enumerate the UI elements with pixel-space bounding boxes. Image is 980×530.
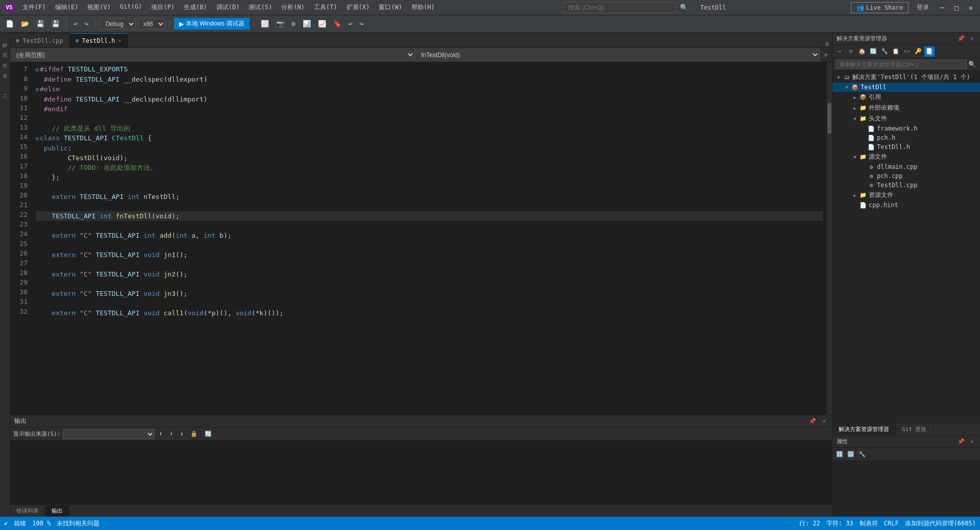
- menu-git[interactable]: Git(G): [116, 1, 146, 14]
- tree-item-sources[interactable]: ▼ 📁 源文件: [832, 152, 980, 162]
- tree-item-dllmain[interactable]: ⚙ dllmain.cpp: [832, 162, 980, 171]
- maximize-button[interactable]: □: [951, 3, 962, 13]
- solution-expand-arrow[interactable]: ▼: [835, 75, 843, 80]
- output-lock-button[interactable]: 🔒: [188, 429, 200, 439]
- tree-item-cpp-hint[interactable]: 📄 cpp.hint: [832, 200, 980, 210]
- prop-alpha-btn[interactable]: 🔢: [846, 449, 856, 460]
- toolbar-btn-6[interactable]: 🔖: [331, 18, 344, 29]
- tree-item-headers[interactable]: ▼ 📁 头文件: [832, 113, 980, 124]
- new-file-button[interactable]: 📄: [3, 18, 16, 29]
- debug-config-select[interactable]: Debug: [100, 18, 136, 30]
- menu-test[interactable]: 测试(S): [244, 1, 276, 14]
- tree-item-testdll-cpp[interactable]: ⚙ TestDll.cpp: [832, 181, 980, 190]
- minimize-button[interactable]: ─: [937, 3, 947, 13]
- se-tab-solution-explorer[interactable]: 解决方案资源管理器: [832, 424, 896, 435]
- output-refresh-button[interactable]: 🔄: [202, 429, 214, 439]
- tab-close-h[interactable]: ✕: [118, 38, 121, 43]
- close-button[interactable]: ✕: [966, 3, 976, 13]
- tree-item-framework-h[interactable]: 📄 framework.h: [832, 124, 980, 133]
- menu-file[interactable]: 文件(F): [18, 1, 50, 14]
- tree-item-testdll-h[interactable]: 📄 TestDll.h: [832, 142, 980, 152]
- sidebar-icon-2[interactable]: 团: [1, 45, 10, 54]
- status-git[interactable]: 添加到源代码管理(6605): [905, 519, 976, 528]
- code-content[interactable]: ⊟#ifdef TESTDLL_EXPORTS #define TESTDLL_…: [32, 62, 827, 415]
- menu-analyze[interactable]: 分析(N): [277, 1, 309, 14]
- live-share-button[interactable]: 👥 Live Share: [851, 2, 909, 13]
- se-preview-button[interactable]: 📑: [924, 46, 935, 57]
- save-all-button[interactable]: 💾: [49, 18, 62, 29]
- redo-button[interactable]: ↪: [82, 18, 91, 29]
- project-expand-arrow[interactable]: ▼: [843, 85, 851, 90]
- output-wrap-button[interactable]: ↕: [178, 429, 186, 439]
- search-input[interactable]: [564, 2, 676, 13]
- se-props-button[interactable]: 🔑: [913, 46, 923, 57]
- menu-extensions[interactable]: 扩展(X): [342, 1, 374, 14]
- tree-item-pch-h[interactable]: 📄 pch.h: [832, 133, 980, 142]
- se-sync-button[interactable]: ↔: [835, 46, 845, 57]
- output-filter-button[interactable]: ⬇: [167, 429, 176, 439]
- se-search-input[interactable]: [836, 60, 967, 69]
- toolbar-btn-2[interactable]: 📷: [274, 18, 287, 29]
- tree-solution[interactable]: ▼ 🗂 解决方案'TestDll'(1 个项目/共 1 个): [832, 72, 980, 83]
- run-button[interactable]: ▶ 本地 Windows 调试器: [174, 18, 250, 30]
- sidebar-icon-5[interactable]: 工: [1, 86, 10, 95]
- undo-button[interactable]: ↩: [71, 18, 80, 29]
- tab-output[interactable]: 输出: [45, 506, 69, 516]
- tab-settings-button[interactable]: ⚙: [822, 40, 832, 47]
- se-tab-git-changes[interactable]: Git 更改: [896, 424, 934, 435]
- nav-add-button[interactable]: +: [820, 48, 832, 62]
- prop-category-btn[interactable]: 🔡: [835, 449, 845, 460]
- menu-debug[interactable]: 调试(D): [212, 1, 244, 14]
- tree-item-resources[interactable]: ▶ 📁 资源文件: [832, 190, 980, 200]
- se-home-button[interactable]: 🏠: [857, 46, 867, 57]
- sidebar-icon-4[interactable]: 属: [1, 65, 10, 74]
- se-refresh-button[interactable]: 🔄: [868, 46, 878, 57]
- vertical-scrollbar[interactable]: [827, 62, 832, 415]
- sidebar-icon-3[interactable]: 类: [1, 55, 10, 64]
- menu-view[interactable]: 视图(V): [83, 1, 115, 14]
- tree-project[interactable]: ▼ 📦 TestDll: [832, 83, 980, 92]
- prop-pin-button[interactable]: 📌: [955, 438, 967, 445]
- output-clear-button[interactable]: ⬆: [157, 429, 165, 439]
- code-editor[interactable]: 7 8 9 10 11 12 13 14 15 16 17 18 19 20 2…: [10, 62, 832, 415]
- scope-select[interactable]: (全局范围): [10, 48, 415, 62]
- menu-project[interactable]: 项目(P): [147, 1, 179, 14]
- sources-arrow[interactable]: ▼: [851, 155, 859, 160]
- menu-build[interactable]: 生成(B): [180, 1, 211, 14]
- resources-arrow[interactable]: ▶: [851, 193, 859, 198]
- se-collapse-button[interactable]: ⊟: [846, 46, 856, 57]
- tab-testdll-h[interactable]: ⚙ TestDll.h ✕: [70, 33, 128, 47]
- tree-item-references[interactable]: ▶ 📦 引用: [832, 92, 980, 103]
- save-button[interactable]: 💾: [34, 18, 47, 29]
- menu-tools[interactable]: 工具(T): [310, 1, 341, 14]
- menu-edit[interactable]: 编辑(E): [51, 1, 83, 14]
- open-file-button[interactable]: 📂: [18, 18, 32, 29]
- menu-window[interactable]: 窗口(W): [375, 1, 406, 14]
- toolbar-btn-3[interactable]: ⚙: [289, 18, 298, 29]
- se-pin-button[interactable]: 📌: [955, 35, 967, 42]
- login-button[interactable]: 登录: [913, 2, 933, 13]
- se-show-all-button[interactable]: 📋: [891, 46, 901, 57]
- symbol-select[interactable]: fnTestDll(void): [415, 48, 820, 62]
- prop-close-button[interactable]: ✕: [968, 438, 976, 445]
- sidebar-icon-1[interactable]: 解: [1, 35, 10, 44]
- tree-item-pch-cpp[interactable]: ⚙ pch.cpp: [832, 171, 980, 181]
- tab-error-list[interactable]: 错误列表: [10, 506, 45, 516]
- toolbar-btn-8[interactable]: ↪: [357, 18, 366, 29]
- se-code-button[interactable]: <>: [902, 46, 912, 57]
- headers-arrow[interactable]: ▼: [851, 116, 859, 121]
- tree-item-external-deps[interactable]: ▶ 📁 外部依赖项: [832, 103, 980, 113]
- output-source-select[interactable]: [63, 429, 155, 439]
- toolbar-btn-1[interactable]: ⬜: [258, 18, 272, 29]
- toolbar-btn-5[interactable]: 📈: [315, 18, 329, 29]
- se-filter-button[interactable]: 🔧: [879, 46, 890, 57]
- menu-help[interactable]: 帮助(H): [407, 1, 439, 14]
- se-close-button[interactable]: ✕: [968, 35, 976, 42]
- toolbar-btn-4[interactable]: 📊: [300, 18, 313, 29]
- references-arrow[interactable]: ▶: [851, 95, 859, 100]
- external-deps-arrow[interactable]: ▶: [851, 106, 859, 111]
- se-search-button[interactable]: 🔍: [967, 59, 977, 69]
- prop-wrench-btn[interactable]: 🔧: [857, 449, 867, 460]
- toolbar-btn-7[interactable]: ↩: [346, 18, 355, 29]
- output-close-button[interactable]: ✕: [820, 418, 828, 424]
